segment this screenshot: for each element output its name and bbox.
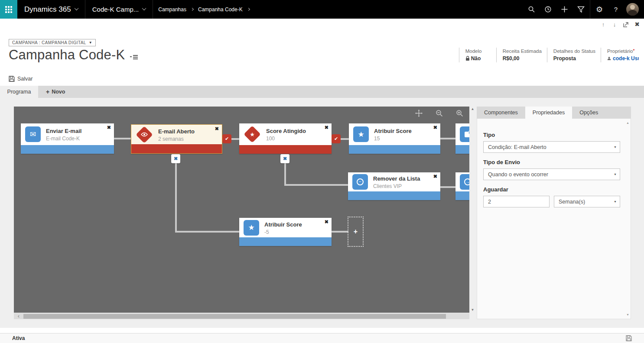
brand-menu[interactable]: Dynamics 365 — [17, 0, 85, 19]
previous-record-icon[interactable]: ↑ — [599, 20, 608, 29]
close-icon[interactable]: ✖ — [325, 219, 329, 225]
popout-icon[interactable] — [621, 20, 630, 29]
false-path-x-icon[interactable]: ✖ — [171, 154, 180, 163]
field-detalhes-status: Detalhes do Status Proposta — [547, 48, 601, 62]
close-icon[interactable]: ✖ — [433, 174, 437, 179]
tab-componentes[interactable]: Componentes — [477, 107, 525, 119]
tab-label: Opções — [579, 110, 598, 116]
node-title: Remover da Lista — [373, 175, 420, 182]
zoom-out-icon[interactable] — [436, 110, 443, 117]
arrow-circle-icon: → — [460, 174, 469, 190]
eye-icon — [136, 126, 153, 143]
settings-gear-icon[interactable]: ⚙ — [591, 0, 608, 19]
envelope-icon: ✉ — [25, 126, 41, 142]
scroll-up-icon[interactable]: ▲ — [626, 121, 629, 124]
scroll-down-icon[interactable]: ▼ — [626, 313, 629, 316]
connector-line — [439, 138, 457, 139]
chevron-down-icon — [142, 6, 146, 10]
user-avatar[interactable] — [624, 0, 641, 19]
false-path-x-icon[interactable]: ✖ — [280, 154, 289, 163]
aguardar-unit-value: Semana(s) — [559, 199, 585, 205]
record-status: Ativa — [12, 335, 25, 341]
node-subtitle: 2 semanas — [158, 136, 195, 142]
scrollbar-thumb[interactable] — [23, 314, 446, 319]
tipo-select[interactable]: Condição: E-mail Aberto ▼ — [483, 141, 620, 153]
tab-propriedades[interactable]: Propriedades — [525, 107, 572, 119]
save-button[interactable]: Salvar — [9, 76, 33, 82]
close-icon[interactable]: ✖ — [107, 125, 111, 130]
node-title: Enviar E-mail — [46, 128, 81, 134]
workflow-node-email-aberto[interactable]: E-mail Aberto 2 semanas ✖ — [131, 124, 222, 154]
tab-programa[interactable]: Programa — [0, 86, 38, 98]
workflow-node-atribuir-score-15[interactable]: ★ Atribuir Score 15 ✖ — [349, 123, 440, 154]
close-icon[interactable]: ✖ — [215, 126, 219, 132]
aguardar-unit-select[interactable]: Semana(s) ▼ — [554, 196, 620, 207]
search-icon[interactable] — [523, 0, 540, 19]
save-status-icon[interactable] — [626, 335, 632, 343]
record-type-badge[interactable]: CAMPANHA : CAMPANHA DIGITAL ▼ — [9, 39, 96, 46]
add-step-placeholder[interactable]: + — [348, 217, 364, 247]
next-record-icon[interactable]: ↓ — [610, 20, 619, 29]
tipo-label: Tipo — [483, 132, 620, 138]
canvas-vertical-scrollbar[interactable]: ▲ ▼ — [470, 107, 475, 313]
node-bar — [348, 191, 440, 200]
chevron-down-icon: ▼ — [614, 200, 617, 203]
scroll-down-icon[interactable]: ▼ — [470, 307, 475, 313]
field-label: Modelo — [465, 49, 491, 54]
workflow-canvas[interactable]: ✉ Enviar E-mail E-mail Code-K ✖ E-mail A… — [14, 107, 469, 313]
filter-icon[interactable] — [572, 0, 589, 19]
scroll-left-icon[interactable]: ‹ — [14, 313, 23, 319]
breadcrumb-campanhas[interactable]: Campanhas — [158, 6, 186, 13]
divider — [590, 0, 590, 19]
close-record-icon[interactable]: ✖ — [633, 20, 641, 29]
field-value: Não — [471, 55, 481, 61]
tab-novo[interactable]: + Novo — [38, 86, 73, 98]
create-record-icon[interactable] — [556, 0, 572, 19]
tipo-select-value: Condição: E-mail Aberto — [488, 144, 546, 150]
recent-items-icon[interactable] — [540, 0, 556, 19]
chevron-down-icon: ▼ — [614, 146, 617, 149]
zoom-in-icon[interactable] — [456, 110, 463, 117]
person-icon — [607, 56, 611, 61]
close-icon[interactable]: ✖ — [433, 125, 437, 130]
star-icon: ★ — [244, 220, 259, 236]
tab-opcoes[interactable]: Opções — [572, 107, 605, 119]
properties-panel: Componentes Propriedades Opções ▲ ▼ Tipo… — [477, 107, 631, 319]
record-navigation: ↑ ↓ ✖ — [599, 20, 641, 29]
workflow-node-partial-middle[interactable]: → — [455, 172, 469, 200]
header-summary-fields: Modelo Não Receita Estimada R$0,00 Detal… — [459, 48, 644, 62]
tipo-envio-select-value: Quando o evento ocorrer — [488, 172, 548, 178]
node-subtitle: E-mail Code-K — [46, 136, 81, 142]
scroll-up-icon[interactable]: ▲ — [470, 107, 475, 112]
workflow-node-atribuir-score-minus5[interactable]: ★ Atribuir Score -5 ✖ — [239, 218, 332, 246]
node-title: E-mail Aberto — [158, 128, 195, 135]
owner-link[interactable]: code-k Usuári — [613, 55, 639, 61]
breadcrumb-campanha-code-k[interactable]: Campanha Code-K — [198, 6, 243, 13]
connector-line — [175, 231, 239, 233]
workflow-node-score-atingido[interactable]: ★ Score Atingido 100 ✖ — [239, 123, 332, 154]
form-selector-icon[interactable] — [130, 55, 138, 59]
aguardar-input[interactable] — [483, 196, 550, 207]
true-path-check-icon: ✔ — [222, 134, 231, 143]
star-icon: ★ — [353, 126, 369, 142]
pan-icon[interactable] — [415, 110, 423, 117]
node-subtitle: 15 — [374, 136, 412, 142]
chevron-down-icon — [74, 6, 78, 10]
canvas-horizontal-scrollbar[interactable]: ‹ — [14, 313, 469, 319]
field-label: Proprietário — [607, 49, 633, 54]
workflow-node-partial-top[interactable] — [455, 123, 469, 154]
node-bar — [455, 145, 469, 154]
tipo-envio-label: Tipo de Envio — [483, 159, 620, 165]
star-diamond-icon: ★ — [244, 126, 261, 143]
app-name-menu[interactable]: Code-K Camp... — [85, 0, 153, 19]
close-icon[interactable]: ✖ — [325, 125, 329, 130]
help-icon[interactable]: ? — [608, 0, 624, 19]
workflow-node-enviar-email[interactable]: ✉ Enviar E-mail E-mail Code-K ✖ — [21, 123, 114, 154]
workflow-node-remover-da-lista[interactable]: − Remover da Lista Clientes VIP ✖ — [348, 172, 440, 200]
node-subtitle: 100 — [266, 136, 306, 142]
app-launcher-icon[interactable] — [0, 0, 17, 19]
node-subtitle: Clientes VIP — [373, 183, 420, 189]
top-navbar: Dynamics 365 Code-K Camp... Campanhas Ca… — [0, 0, 644, 19]
tipo-envio-select[interactable]: Quando o evento ocorrer ▼ — [483, 168, 620, 180]
true-path-check-icon: ✔ — [332, 134, 341, 143]
